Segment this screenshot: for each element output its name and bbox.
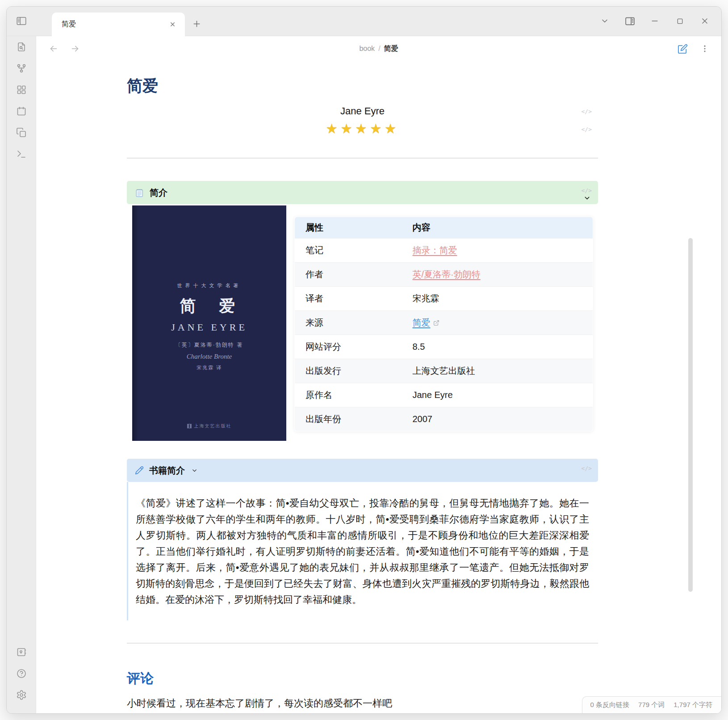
right-sidebar-icon <box>624 16 636 27</box>
notepad-icon <box>135 188 144 197</box>
app-window: 简爱 <box>6 6 722 714</box>
new-tab-button[interactable] <box>185 12 208 36</box>
column-header: 内容 <box>402 217 593 239</box>
note-scroll-area: 简爱 Jane Eyre </> ★★★★★ </> <box>36 61 721 714</box>
quick-switcher-button[interactable] <box>15 42 28 52</box>
edit-block-button[interactable]: </> <box>582 126 592 132</box>
settings-button[interactable] <box>15 690 28 700</box>
rating-row: ★★★★★ </> <box>127 120 598 138</box>
close-icon <box>700 17 709 25</box>
edit-block-button[interactable]: </> <box>582 465 592 472</box>
content-pane: book/简爱 <box>36 36 721 714</box>
edit-block-button[interactable]: </> <box>582 187 592 194</box>
table-header-row: 属性 内容 <box>295 217 593 239</box>
comment-text: 小时候看过，现在基本忘了剧情了，每次读的感受都不一样吧 <box>127 697 598 710</box>
terminal-button[interactable] <box>15 149 28 159</box>
note-internal-link[interactable]: 摘录：简爱 <box>413 245 457 255</box>
cover-author-cn: 〔英〕夏洛蒂·勃朗特 著 <box>176 341 243 349</box>
cover-title-en: JANE EYRE <box>171 322 247 333</box>
vault-switcher-button[interactable] <box>15 647 28 657</box>
graph-view-button[interactable] <box>15 63 28 74</box>
chevron-down-icon <box>583 194 591 202</box>
char-count: 1,797 个字符 <box>674 701 712 709</box>
page-title: 简爱 <box>127 75 598 96</box>
close-window-button[interactable] <box>699 15 711 27</box>
cover-translator: 宋兆霖 译 <box>197 364 222 371</box>
tab-list-button[interactable] <box>599 15 611 27</box>
kebab-menu-icon <box>700 44 709 53</box>
chevron-down-icon <box>191 467 198 474</box>
dashboard-icon <box>16 84 27 95</box>
window-controls <box>599 6 721 36</box>
close-icon <box>169 21 176 28</box>
maximize-icon <box>676 17 684 25</box>
copy-icon <box>16 127 27 138</box>
intro-callout-header[interactable]: 简介 </> <box>127 181 598 204</box>
navigate-back-button[interactable] <box>48 43 59 54</box>
navigate-forward-button[interactable] <box>69 43 81 54</box>
table-row: 笔记 摘录：简爱 <box>295 239 593 263</box>
tab-title: 简爱 <box>62 20 76 29</box>
table-row: 网站评分 8.5 <box>295 335 593 359</box>
vertical-scrollbar[interactable] <box>688 238 693 592</box>
divider <box>127 158 598 159</box>
view-header: book/简爱 <box>36 36 721 61</box>
tab-jane-eyre[interactable]: 简爱 <box>52 13 185 36</box>
breadcrumb-folder[interactable]: book <box>359 45 375 52</box>
left-sidebar-toggle-button[interactable] <box>7 6 36 36</box>
arrow-left-icon <box>49 44 59 54</box>
status-bar: 0 条反向链接 779 个词 1,797 个字符 <box>582 696 721 714</box>
arrow-right-icon <box>70 44 80 54</box>
source-external-link[interactable]: 简爱 <box>413 318 431 327</box>
graph-icon <box>16 63 27 74</box>
book-summary-text: 《简爱》讲述了这样一个故事：简•爱自幼父母双亡，投靠冷酷的舅母，但舅母无情地抛弃… <box>136 495 589 608</box>
subtitle-row: Jane Eyre </> <box>127 103 598 120</box>
edit-mode-button[interactable] <box>677 43 688 54</box>
book-cover: 世界十大文学名著 简 爱 JANE EYRE 〔英〕夏洛蒂·勃朗特 著 Char… <box>132 205 286 441</box>
ribbon <box>7 36 36 714</box>
help-icon <box>16 668 27 679</box>
edit-icon <box>678 44 688 54</box>
canvas-button[interactable] <box>15 84 28 95</box>
backlinks-count[interactable]: 0 条反向链接 <box>590 701 630 709</box>
comments-heading: 评论 <box>127 670 598 688</box>
cover-series: 世界十大文学名著 <box>177 282 242 289</box>
minimize-icon <box>650 17 659 25</box>
minimize-button[interactable] <box>649 15 661 27</box>
maximize-button[interactable] <box>674 15 686 27</box>
table-row: 出版年份 2007 <box>295 407 593 431</box>
right-sidebar-toggle-button[interactable] <box>624 15 636 27</box>
collapse-chevron[interactable] <box>583 194 591 202</box>
calendar-icon <box>16 106 27 117</box>
column-header: 属性 <box>295 217 402 239</box>
breadcrumb-current[interactable]: 简爱 <box>384 45 398 52</box>
properties-table: 属性 内容 笔记 摘录：简爱 作者 <box>294 217 593 431</box>
left-sidebar-icon <box>16 15 27 27</box>
divider <box>127 643 598 644</box>
copy-note-button[interactable] <box>15 127 28 138</box>
tab-close-button[interactable] <box>166 18 179 31</box>
more-options-button[interactable] <box>699 43 711 54</box>
chevron-down-icon <box>600 17 609 25</box>
author-internal-link[interactable]: 英/夏洛蒂·勃朗特 <box>413 269 481 279</box>
plus-icon <box>192 20 201 28</box>
table-row: 译者 宋兆霖 <box>295 287 593 311</box>
intro-content: 世界十大文学名著 简 爱 JANE EYRE 〔英〕夏洛蒂·勃朗特 著 Char… <box>127 204 598 441</box>
star-rating: ★★★★★ <box>127 120 598 138</box>
word-count: 779 个词 <box>638 701 665 709</box>
subtitle-text: Jane Eyre <box>127 103 598 120</box>
summary-callout-header[interactable]: 书籍简介 </> <box>127 459 598 482</box>
collapse-chevron[interactable] <box>191 467 198 474</box>
file-search-icon <box>16 42 27 52</box>
table-row: 作者 英/夏洛蒂·勃朗特 <box>295 263 593 287</box>
breadcrumb-separator: / <box>378 45 380 52</box>
calendar-button[interactable] <box>15 106 28 117</box>
intro-callout-label: 简介 <box>150 187 167 199</box>
breadcrumb: book/简爱 <box>36 44 721 54</box>
help-button[interactable] <box>15 668 28 679</box>
edit-block-button[interactable]: </> <box>582 108 592 115</box>
table-row: 原作名 Jane Eyre <box>295 383 593 407</box>
note-body: 简爱 Jane Eyre </> ★★★★★ </> <box>127 61 598 710</box>
summary-content: 《简爱》讲述了这样一个故事：简•爱自幼父母双亡，投靠冷酷的舅母，但舅母无情地抛弃… <box>127 482 598 620</box>
table-row: 出版发行 上海文艺出版社 <box>295 359 593 383</box>
